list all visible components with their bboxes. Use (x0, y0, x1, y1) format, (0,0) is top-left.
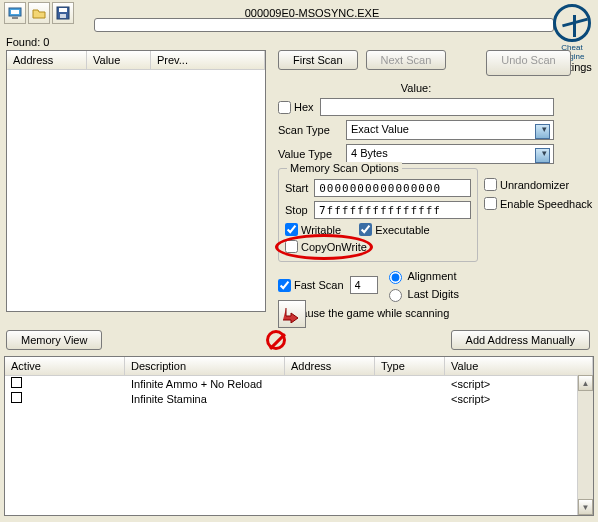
arrow-down-right-icon (283, 305, 301, 323)
progress-bar (94, 18, 554, 32)
scan-type-label: Scan Type (278, 124, 340, 136)
add-address-manually-button[interactable]: Add Address Manually (451, 330, 590, 350)
col-value[interactable]: Value (87, 51, 151, 69)
open-file-button[interactable] (28, 2, 50, 24)
floppy-icon (56, 6, 70, 20)
scan-value-input[interactable] (320, 98, 554, 116)
ct-col-address[interactable]: Address (285, 357, 375, 375)
computer-icon (8, 6, 22, 20)
col-address[interactable]: Address (7, 51, 87, 69)
hex-checkbox[interactable]: Hex (278, 101, 314, 114)
lastdigits-radio[interactable]: Last Digits (384, 286, 459, 302)
row-active-checkbox[interactable] (11, 392, 22, 403)
speedhack-checkbox[interactable]: Enable Speedhack (484, 197, 592, 210)
mem-opts-title: Memory Scan Options (287, 162, 402, 174)
cheat-table-scrollbar[interactable]: ▲ ▼ (577, 375, 593, 515)
clear-list-button[interactable] (266, 330, 286, 350)
col-prev[interactable]: Prev... (151, 51, 265, 69)
executable-checkbox[interactable]: Executable (359, 223, 429, 236)
scroll-up-button[interactable]: ▲ (578, 375, 593, 391)
table-row[interactable]: Infinite Ammo + No Reload <script> (5, 376, 593, 391)
undo-scan-button: Undo Scan (486, 50, 570, 76)
start-address-input[interactable] (314, 179, 471, 197)
memory-view-button[interactable]: Memory View (6, 330, 102, 350)
copyonwrite-checkbox[interactable]: CopyOnWrite (285, 240, 367, 253)
value-type-label: Value Type (278, 148, 340, 160)
save-button[interactable] (52, 2, 74, 24)
ct-col-type[interactable]: Type (375, 357, 445, 375)
found-address-list[interactable]: Address Value Prev... (6, 50, 266, 312)
target-icon (553, 4, 591, 42)
scan-type-select[interactable]: Exact Value (346, 120, 554, 140)
svg-rect-4 (59, 8, 67, 12)
fastscan-value-input[interactable] (350, 276, 378, 294)
value-label: Value: (278, 82, 554, 94)
ct-col-description[interactable]: Description (125, 357, 285, 375)
open-process-button[interactable] (4, 2, 26, 24)
fastscan-checkbox[interactable]: Fast Scan (278, 279, 344, 292)
first-scan-button[interactable]: First Scan (278, 50, 358, 70)
folder-open-icon (32, 6, 46, 20)
copy-selected-button[interactable] (278, 300, 306, 328)
scroll-down-button[interactable]: ▼ (578, 499, 593, 515)
row-active-checkbox[interactable] (11, 377, 22, 388)
alignment-radio[interactable]: Alignment (384, 268, 459, 284)
next-scan-button: Next Scan (366, 50, 447, 70)
found-count: Found: 0 (6, 36, 49, 48)
cheat-table[interactable]: Active Description Address Type Value In… (4, 356, 594, 516)
value-type-select[interactable]: 4 Bytes (346, 144, 554, 164)
ct-col-value[interactable]: Value (445, 357, 593, 375)
svg-rect-5 (60, 14, 66, 18)
stop-address-input[interactable] (314, 201, 471, 219)
ct-col-active[interactable]: Active (5, 357, 125, 375)
table-row[interactable]: Infinite Stamina <script> (5, 391, 593, 406)
unrandomizer-checkbox[interactable]: Unrandomizer (484, 178, 569, 191)
writable-checkbox[interactable]: Writable (285, 223, 341, 236)
svg-rect-1 (11, 10, 19, 14)
svg-rect-2 (12, 17, 18, 19)
